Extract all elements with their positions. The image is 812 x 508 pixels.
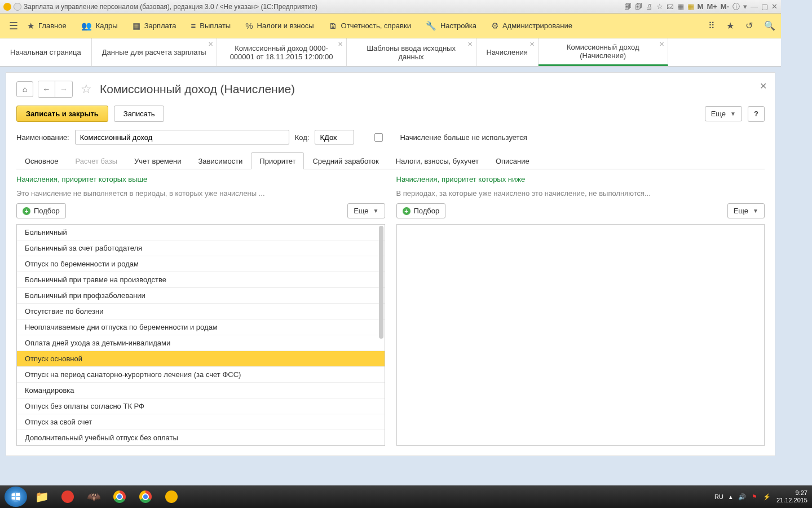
menu-item[interactable]: ⚙Администрирование <box>491 21 572 31</box>
grid-icon[interactable]: ⠿ <box>708 20 715 31</box>
lower-priority-list[interactable] <box>396 224 765 446</box>
document-tab[interactable]: Начисления✕ <box>476 38 539 66</box>
close-icon[interactable]: ✕ <box>659 41 664 48</box>
document-tab[interactable]: Комиссионный доход (Начисление)✕ <box>539 38 668 66</box>
m-button[interactable]: M <box>698 2 704 11</box>
list-item[interactable]: Больничный <box>17 225 385 240</box>
list-item[interactable]: Дополнительный учебный отпуск без оплаты <box>17 430 385 446</box>
menu-item[interactable]: ★Главное <box>27 21 67 31</box>
name-label: Наименование: <box>16 133 69 142</box>
opera-icon[interactable] <box>56 488 79 490</box>
document-tab[interactable]: Данные для расчета зарплаты✕ <box>92 38 217 66</box>
start-button[interactable] <box>5 487 27 490</box>
tool-icon[interactable]: ☆ <box>656 2 663 11</box>
menu-item[interactable]: 🔧Настройка <box>426 21 476 31</box>
list-item[interactable]: Отпуск по беременности и родам <box>17 256 385 272</box>
more-button-right[interactable]: Еще ▼ <box>727 203 765 218</box>
inner-tab[interactable]: Учет времени <box>126 152 189 169</box>
inner-tab[interactable]: Налоги, взносы, бухучет <box>387 152 487 169</box>
list-item[interactable]: Командировка <box>17 383 385 398</box>
list-item[interactable]: Неоплачиваемые дни отпуска по беременнос… <box>17 319 385 335</box>
menu-icon: ≡ <box>191 21 196 30</box>
chrome-icon[interactable] <box>108 488 131 490</box>
more-button[interactable]: Еще ▼ <box>705 106 742 121</box>
inner-tab[interactable]: Зависимости <box>189 152 251 169</box>
list-item[interactable]: Отпуск на период санаторно-курортного ле… <box>17 367 385 383</box>
pick-label: Подбор <box>34 207 60 215</box>
maximize-icon[interactable]: ▢ <box>761 2 768 11</box>
close-icon[interactable]: ✕ <box>467 41 473 48</box>
close-page-icon[interactable]: ✕ <box>760 81 767 91</box>
tool-icon[interactable]: ▦ <box>677 2 684 11</box>
document-tab[interactable]: Начальная страница <box>0 38 92 66</box>
list-item[interactable]: Отпуск без оплаты согласно ТК РФ <box>17 398 385 414</box>
pick-button[interactable]: + Подбор <box>396 203 446 218</box>
higher-priority-list[interactable]: БольничныйБольничный за счет работодател… <box>16 224 385 446</box>
tool-icon[interactable]: ▦ <box>687 2 694 11</box>
menu-item[interactable]: %Налоги и взносы <box>245 21 314 31</box>
clock[interactable]: 9:27 21.12.2015 <box>776 489 781 490</box>
back-button[interactable]: ← <box>38 81 55 97</box>
window-title: Зарплата и управление персоналом (базова… <box>24 3 624 11</box>
close-icon[interactable]: ✕ <box>338 41 343 48</box>
taskbar: 📁 🦇 RU ▴ 🔊 ⚑ ⚡ 9:27 21.12.2015 <box>0 485 781 490</box>
list-item[interactable]: Больничный за счет работодателя <box>17 240 385 256</box>
save-button[interactable]: Записать <box>114 106 165 122</box>
document-tab[interactable]: Шаблоны ввода исходных данных✕ <box>347 38 476 66</box>
close-icon[interactable]: ✕ <box>771 2 778 11</box>
m-minus-button[interactable]: M- <box>721 2 729 11</box>
chrome-icon-2[interactable] <box>134 488 157 490</box>
save-close-button[interactable]: Записать и закрыть <box>16 106 108 122</box>
name-input[interactable] <box>75 130 289 144</box>
history-icon[interactable]: ↺ <box>745 20 753 31</box>
app-icon <box>3 3 11 11</box>
inner-tab[interactable]: Приоритет <box>251 152 304 169</box>
inner-tab[interactable]: Описание <box>487 152 538 169</box>
info-icon[interactable]: ⓘ <box>732 2 740 12</box>
document-tab[interactable]: Комиссионный доход 0000-000001 от 18.11.… <box>217 38 347 66</box>
dropdown-icon[interactable] <box>14 3 21 11</box>
priority-columns: Начисления, приоритет которых выше Это н… <box>16 175 765 446</box>
tool-icon[interactable]: 🖂 <box>667 2 674 11</box>
menu-item[interactable]: ▦Зарплата <box>133 21 176 31</box>
burger-icon[interactable]: ☰ <box>6 20 21 32</box>
tab-label: Комиссионный доход (Начисление) <box>549 43 657 60</box>
minimize-icon[interactable]: — <box>751 2 758 11</box>
tool-icon[interactable]: 🖨 <box>646 2 653 11</box>
close-icon[interactable]: ✕ <box>208 41 213 48</box>
menu-item[interactable]: ≡Выплаты <box>191 21 231 31</box>
list-item[interactable]: Отпуск за свой счет <box>17 414 385 430</box>
inner-tab[interactable]: Средний заработок <box>304 152 387 169</box>
tool-icon[interactable]: 🗐 <box>624 2 632 11</box>
caret-down-icon: ▼ <box>753 208 758 214</box>
more-button-left[interactable]: Еще ▼ <box>347 203 385 218</box>
code-input[interactable] <box>315 130 354 144</box>
caret-down-icon[interactable]: ▾ <box>743 2 747 11</box>
search-icon[interactable]: 🔍 <box>764 20 775 31</box>
inner-tab[interactable]: Основное <box>16 152 67 169</box>
list-item[interactable]: Больничный при травме на производстве <box>17 272 385 288</box>
help-button[interactable]: ? <box>748 106 765 122</box>
favorite-icon[interactable]: ☆ <box>81 82 92 97</box>
app-icon[interactable]: 🦇 <box>82 488 105 490</box>
home-button[interactable]: ⌂ <box>16 81 33 97</box>
pick-button[interactable]: + Подбор <box>16 203 66 218</box>
scrollbar[interactable] <box>379 226 383 339</box>
explorer-icon[interactable]: 📁 <box>30 488 53 490</box>
1c-icon[interactable] <box>160 488 183 490</box>
menu-item[interactable]: 👥Кадры <box>81 21 118 31</box>
not-used-checkbox[interactable] <box>374 133 383 142</box>
list-item[interactable]: Отпуск основной <box>17 351 385 367</box>
close-icon[interactable]: ✕ <box>529 41 535 48</box>
m-plus-button[interactable]: M+ <box>707 2 717 11</box>
list-item[interactable]: Больничный при профзаболевании <box>17 288 385 304</box>
list-item[interactable]: Отсутствие по болезни <box>17 304 385 319</box>
code-label: Код: <box>295 133 310 142</box>
caret-down-icon: ▼ <box>730 111 736 117</box>
more-label: Еще <box>711 110 726 118</box>
star-icon[interactable]: ★ <box>726 20 734 31</box>
menu-label: Главное <box>38 21 67 30</box>
tool-icon[interactable]: 🗐 <box>635 2 642 11</box>
menu-item[interactable]: 🗎Отчетность, справки <box>329 21 411 31</box>
list-item[interactable]: Оплата дней ухода за детьми-инвалидами <box>17 335 385 351</box>
